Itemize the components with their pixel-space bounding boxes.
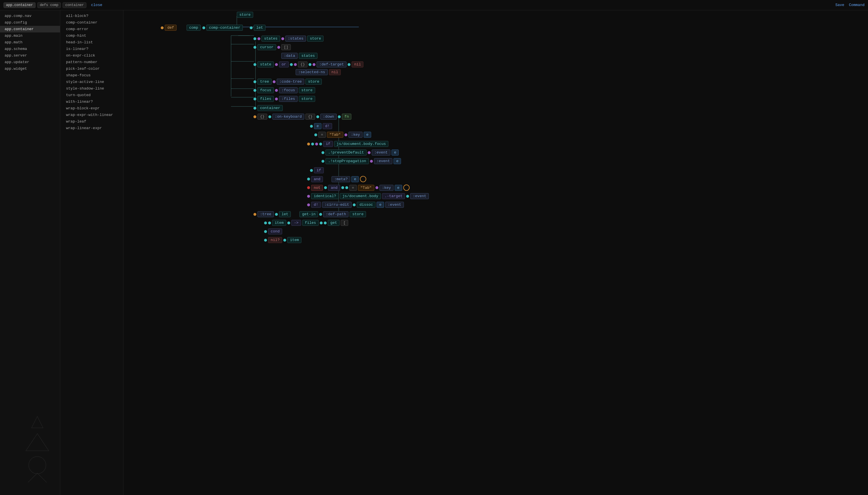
sidebar-item-app-updater[interactable]: app.updater	[0, 59, 60, 65]
sidebar-item-app-container[interactable]: app.container	[0, 26, 60, 32]
tab-app-container[interactable]: app.container	[3, 2, 36, 8]
node-and1-row: and :meta? e	[307, 176, 366, 182]
node-item-files-row: item -> files get [	[264, 220, 348, 226]
sidebar-item-app-math[interactable]: app.math	[0, 39, 60, 46]
defs-item-7[interactable]: pattern-number	[60, 59, 123, 65]
defs-item-3[interactable]: comp-hint	[60, 32, 123, 39]
node-prevent-default-row: .!preventDefault :event e	[322, 150, 399, 155]
node-def[interactable]: def	[161, 25, 176, 31]
node-nil-q-item-row: nil? item	[264, 237, 301, 243]
node-state-row: state or {} :def-target nil	[253, 62, 363, 67]
node-states-dot: states :states store	[253, 36, 323, 41]
defs-item-0[interactable]: all-block?	[60, 13, 123, 19]
node-not-and-row: not and = "Tab" :key e	[307, 185, 410, 191]
defs-item-12[interactable]: turn-quoted	[60, 92, 123, 99]
node-let[interactable]: let	[250, 25, 266, 31]
node-cond[interactable]: cond	[264, 228, 282, 235]
defs-item-17[interactable]: wrap-linear-expr	[60, 125, 123, 132]
defs-item-8[interactable]: pick-leaf-color	[60, 65, 123, 72]
decorative-shapes	[8, 411, 60, 483]
node-if2[interactable]: if	[310, 167, 324, 173]
tab-container[interactable]: container	[63, 2, 86, 8]
node-cursor-row: cursor []	[253, 44, 291, 50]
sidebar-item-app-widget[interactable]: app.widget	[0, 65, 60, 72]
node-data-row: :data states	[281, 53, 318, 59]
svg-rect-3	[25, 473, 50, 482]
node-on-keyboard-row: {} :on-keyboard {} :down fn	[253, 114, 351, 120]
sidebar-section: app.comp.nav app.config app.container ap…	[0, 10, 60, 74]
topbar-left: app.container defs comp container close	[3, 2, 102, 8]
node-d-bang2-row: d! :cirru-edit dissoc e :event	[307, 202, 404, 208]
node-identical-row: identical? js/document.body .-target :ev…	[307, 193, 429, 199]
node-focus-row: focus :focus store	[253, 87, 315, 93]
defs-item-13[interactable]: with-linear?	[60, 99, 123, 105]
node-if1-row: if js/document.body.focus	[307, 141, 388, 147]
defs-item-11[interactable]: style-shadow-line	[60, 85, 123, 92]
save-link[interactable]: Save	[835, 3, 844, 7]
node-e-d-row: e d!	[310, 123, 332, 129]
main-area: app.comp.nav app.config app.container ap…	[0, 10, 868, 495]
defs-panel: all-block? comp-container comp-error com…	[60, 10, 123, 495]
graph-canvas[interactable]: store def comp comp-container let	[123, 10, 868, 495]
defs-item-14[interactable]: wrap-block-expr	[60, 105, 123, 112]
defs-item-15[interactable]: wrap-expr-with-linear	[60, 112, 123, 118]
defs-item-9[interactable]: shape-focus	[60, 72, 123, 79]
command-link[interactable]: Command	[849, 3, 865, 7]
sidebar-item-app-main[interactable]: app.main	[0, 32, 60, 39]
defs-item-5[interactable]: is-linear?	[60, 46, 123, 52]
sidebar-item-app-config[interactable]: app.config	[0, 19, 60, 26]
sidebar-item-app-comp-nav[interactable]: app.comp.nav	[0, 13, 60, 19]
defs-item-6[interactable]: on-expr-click	[60, 52, 123, 59]
close-link[interactable]: close	[91, 3, 102, 7]
svg-marker-0	[32, 416, 43, 428]
node-tree-let-row: :tree let get-in :def-path store	[253, 211, 366, 217]
defs-item-16[interactable]: wrap-leaf	[60, 118, 123, 125]
node-stop-prop-row: .!stopPropagation :event e	[322, 158, 401, 164]
node-selected-ns-row: :selected-ns nil	[296, 69, 341, 75]
graph-inner: store def comp comp-container let	[123, 10, 698, 269]
topbar: app.container defs comp container close …	[0, 0, 868, 10]
svg-marker-1	[26, 433, 49, 451]
sidebar: app.comp.nav app.config app.container ap…	[0, 10, 60, 495]
node-store-top[interactable]: store	[237, 12, 253, 18]
svg-point-2	[29, 457, 46, 474]
node-container[interactable]: container	[253, 105, 283, 111]
defs-item-1[interactable]: comp-container	[60, 19, 123, 26]
sidebar-item-app-server[interactable]: app.server	[0, 52, 60, 59]
defs-item-2[interactable]: comp-error	[60, 26, 123, 32]
node-comp[interactable]: comp	[187, 25, 201, 31]
defs-item-10[interactable]: style-active-line	[60, 79, 123, 85]
node-eq-tab-row: = "Tab" :key e	[314, 132, 371, 138]
connections-svg	[123, 10, 698, 269]
topbar-right: Save Command	[835, 3, 865, 7]
node-comp-container[interactable]: comp-container	[202, 25, 243, 31]
sidebar-item-app-schema[interactable]: app.schema	[0, 46, 60, 52]
tab-defs-comp[interactable]: defs comp	[37, 2, 61, 8]
node-tree-row: tree :code-tree store	[253, 79, 322, 85]
defs-item-4[interactable]: head-in-list	[60, 39, 123, 46]
node-files-row: files :files store	[253, 96, 315, 102]
